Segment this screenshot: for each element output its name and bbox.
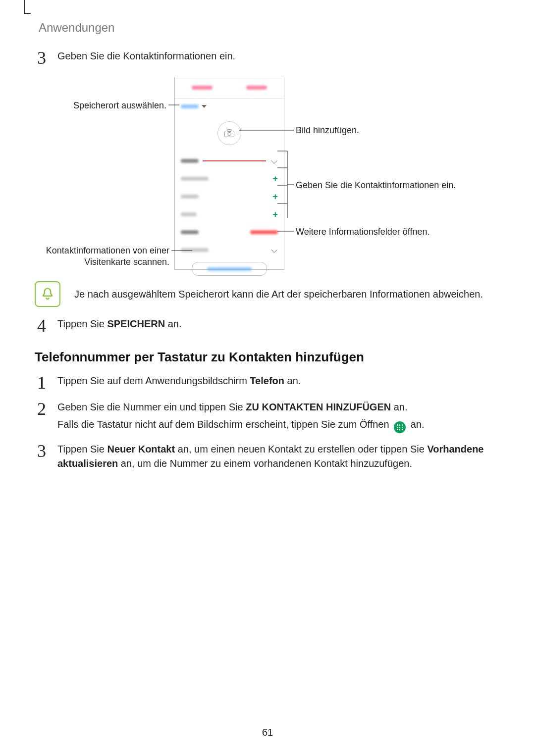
- groups-field: [175, 223, 284, 241]
- s2-step-2-number: 2: [35, 400, 49, 418]
- s2-step-1: 1 Tippen Sie auf dem Anwendungsbildschir…: [35, 374, 301, 392]
- s2-step-3-bold2a: Vorhandene: [427, 444, 483, 454]
- phone-label-blur: [181, 195, 199, 199]
- svg-point-2: [228, 132, 231, 135]
- groups-label-blur: [181, 230, 199, 234]
- s2-step-2-post: an.: [391, 402, 407, 412]
- s2-step-3: 3 Tippen Sie Neuer Kontakt an, um einen …: [35, 442, 500, 471]
- svg-rect-0: [225, 131, 234, 137]
- callout-scan-card-line1: Kontaktinformationen von einer: [46, 246, 169, 255]
- name-underline: [203, 160, 266, 161]
- email-field: +: [175, 205, 284, 223]
- s2-step-3-post: an, um die Nummer zu einem vorhandenen K…: [118, 458, 412, 469]
- step-3: 3 Geben Sie die Kontaktinformationen ein…: [35, 49, 235, 67]
- avatar-zone: [175, 114, 284, 152]
- save-blur: [246, 86, 267, 90]
- keypad-icon: [394, 421, 406, 433]
- info-note: Je nach ausgewähltem Speicherort kann di…: [35, 281, 500, 307]
- s2-step-1-pre: Tippen Sie auf dem Anwendungsbildschirm: [57, 375, 250, 386]
- s2-step-3-number: 3: [35, 442, 49, 460]
- phone-header: [175, 77, 284, 98]
- chevron-down-icon: [202, 105, 207, 108]
- callout-add-image: Bild hinzufügen.: [296, 125, 359, 136]
- cancel-blur: [192, 86, 213, 90]
- storage-selector: [175, 98, 284, 114]
- name-label-blur: [181, 159, 199, 163]
- running-header: Anwendungen: [39, 21, 114, 35]
- more-row: [175, 241, 284, 259]
- s2-step-2-pre: Geben Sie die Nummer ein und tippen Sie: [57, 402, 246, 412]
- organisation-field: +: [175, 170, 284, 188]
- step-3-text: Geben Sie die Kontaktinformationen ein.: [57, 49, 235, 63]
- callout-enter-info: Geben Sie die Kontaktinformationen ein.: [296, 180, 474, 191]
- plus-icon: +: [272, 210, 278, 219]
- crop-mark: [24, 0, 31, 14]
- not-assigned-blur: [250, 230, 278, 234]
- callout-more-fields: Weitere Informationsfelder öffnen.: [296, 226, 429, 238]
- step-4: 4 Tippen Sie SPEICHERN an.: [35, 317, 182, 335]
- chevron-down-icon: [271, 247, 278, 253]
- s2-step-2-text: Geben Sie die Nummer ein und tippen Sie …: [57, 400, 425, 433]
- info-note-text: Je nach ausgewähltem Speicherort kann di…: [74, 287, 483, 301]
- s2-step-1-bold: Telefon: [250, 375, 284, 386]
- name-field: [175, 152, 284, 170]
- scan-card-label-blur: [207, 267, 252, 271]
- section-2-title: Telefonnummer per Tastatur zu Kontakten …: [35, 350, 364, 365]
- scan-card-button: [192, 262, 267, 276]
- callout-scan-card: Kontaktinformationen von einer Visitenka…: [12, 245, 169, 267]
- s2-step-3-mid: an, um einen neuen Kontakt zu erstellen …: [175, 444, 427, 454]
- s2-step-3-pre: Tippen Sie: [57, 444, 107, 454]
- s2-step-2-bold: ZU KONTAKTEN HINZUFÜGEN: [246, 402, 391, 412]
- s2-step-3-text: Tippen Sie Neuer Kontakt an, um einen ne…: [57, 442, 500, 471]
- step-4-bold: SPEICHERN: [107, 318, 165, 329]
- more-label-blur: [181, 248, 209, 252]
- contact-edit-diagram: + + + Speicherort auswählen.: [0, 77, 535, 275]
- s2-step-1-post: an.: [284, 375, 301, 386]
- callout-scan-card-line2: Visitenkarte scannen.: [84, 257, 169, 267]
- chevron-down-icon: [271, 157, 278, 164]
- s2-step-2-line2pre: Falls die Tastatur nicht auf dem Bildsch…: [57, 419, 392, 430]
- step-4-number: 4: [35, 317, 49, 335]
- email-label-blur: [181, 212, 197, 216]
- step-4-text: Tippen Sie SPEICHERN an.: [57, 317, 182, 331]
- step-4-post: an.: [165, 318, 181, 329]
- s2-step-2-line2post: an.: [411, 419, 425, 430]
- step-4-pre: Tippen Sie: [57, 318, 107, 329]
- org-label-blur: [181, 177, 209, 181]
- phone-mockup: + + +: [174, 77, 284, 270]
- s2-step-1-number: 1: [35, 374, 49, 392]
- s2-step-3-bold2b: aktualisieren: [57, 458, 118, 469]
- storage-label-blur: [181, 104, 199, 108]
- phone-field: +: [175, 188, 284, 205]
- s2-step-3-bold1: Neuer Kontakt: [107, 444, 175, 454]
- s2-step-2: 2 Geben Sie die Nummer ein und tippen Si…: [35, 400, 500, 433]
- plus-icon: +: [272, 192, 278, 201]
- add-image-button: [217, 121, 241, 145]
- page-number: 61: [0, 727, 535, 738]
- camera-icon: [224, 129, 234, 137]
- note-bell-icon: [35, 281, 60, 307]
- plus-icon: +: [272, 174, 278, 183]
- step-3-number: 3: [35, 49, 49, 67]
- callout-storage: Speicherort auswählen.: [40, 100, 166, 111]
- s2-step-1-text: Tippen Sie auf dem Anwendungsbildschirm …: [57, 374, 301, 388]
